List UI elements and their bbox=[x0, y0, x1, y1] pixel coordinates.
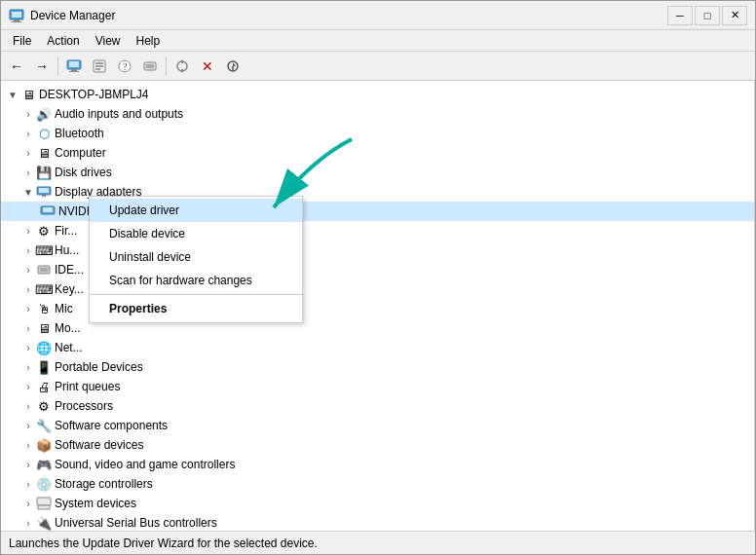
computer-icon: 🖥 bbox=[20, 87, 36, 102]
toolbar-help[interactable]: ? bbox=[113, 55, 136, 78]
network-label: Net... bbox=[55, 341, 83, 354]
ide-expand[interactable]: › bbox=[20, 262, 36, 278]
svg-rect-17 bbox=[181, 60, 183, 63]
portable-icon: 📱 bbox=[36, 359, 52, 375]
ctx-separator bbox=[90, 294, 302, 295]
tree-item-sw-comp[interactable]: › 🔧 Software components bbox=[1, 416, 754, 435]
monitors-icon: 🖥 bbox=[36, 320, 52, 336]
system-expand[interactable]: › bbox=[20, 496, 36, 511]
usb-expand[interactable]: › bbox=[20, 515, 36, 531]
toolbar-driver[interactable] bbox=[138, 55, 162, 78]
tree-item-sound[interactable]: › 🎮 Sound, video and game controllers bbox=[1, 455, 754, 474]
window-title: Device Manager bbox=[30, 9, 667, 22]
keyboards-label: Key... bbox=[55, 282, 84, 296]
audio-expand[interactable]: › bbox=[20, 106, 36, 122]
ide-label: IDE... bbox=[55, 263, 84, 277]
tree-root[interactable]: ▼ 🖥 DESKTOP-JBMPLJ4 bbox=[1, 85, 754, 104]
toolbar-forward[interactable]: → bbox=[30, 55, 54, 78]
close-button[interactable]: ✕ bbox=[722, 6, 747, 25]
disk-expand[interactable]: › bbox=[20, 165, 36, 180]
minimize-button[interactable]: ─ bbox=[667, 6, 693, 25]
toolbar-scan[interactable] bbox=[170, 55, 194, 78]
root-expand[interactable]: ▼ bbox=[5, 87, 20, 102]
sw-dev-label: Software devices bbox=[55, 438, 143, 452]
tree-item-computer[interactable]: › 🖥 Computer bbox=[1, 143, 754, 163]
print-icon: 🖨 bbox=[36, 379, 52, 394]
ctx-uninstall-device[interactable]: Uninstall device bbox=[90, 245, 302, 269]
storage-icon: 💿 bbox=[36, 476, 52, 492]
toolbar: ← → ? ✕ bbox=[1, 52, 755, 81]
display-expand[interactable]: ▼ bbox=[20, 184, 36, 200]
bluetooth-expand[interactable]: › bbox=[20, 126, 36, 141]
title-bar: Device Manager ─ □ ✕ bbox=[1, 1, 755, 30]
ctx-update-driver[interactable]: Update driver bbox=[90, 199, 302, 222]
computer-expand[interactable]: › bbox=[20, 145, 36, 161]
tree-item-system[interactable]: › System devices bbox=[1, 494, 754, 513]
tree-item-portable[interactable]: › 📱 Portable Devices bbox=[1, 357, 754, 377]
storage-label: Storage controllers bbox=[55, 477, 153, 491]
portable-label: Portable Devices bbox=[55, 360, 143, 374]
ctx-properties[interactable]: Properties bbox=[90, 297, 302, 320]
ctx-disable-device[interactable]: Disable device bbox=[90, 222, 302, 245]
svg-rect-3 bbox=[12, 21, 21, 22]
tree-item-print[interactable]: › 🖨 Print queues bbox=[1, 377, 754, 396]
window-controls: ─ □ ✕ bbox=[667, 6, 747, 25]
storage-expand[interactable]: › bbox=[20, 476, 36, 492]
menu-view[interactable]: View bbox=[88, 32, 129, 50]
sw-comp-expand[interactable]: › bbox=[20, 418, 36, 433]
context-menu: Update driver Disable device Uninstall d… bbox=[89, 196, 303, 323]
sw-dev-expand[interactable]: › bbox=[20, 437, 36, 453]
computer-item-icon: 🖥 bbox=[36, 145, 52, 161]
menu-action[interactable]: Action bbox=[39, 32, 87, 50]
firmware-expand[interactable]: › bbox=[20, 223, 36, 239]
toolbar-back[interactable]: ← bbox=[5, 55, 28, 78]
disk-label: Disk drives bbox=[55, 166, 112, 179]
status-text: Launches the Update Driver Wizard for th… bbox=[9, 536, 318, 550]
mice-expand[interactable]: › bbox=[20, 301, 36, 316]
monitors-label: Mo... bbox=[55, 321, 81, 335]
tree-item-audio[interactable]: › 🔊 Audio inputs and outputs bbox=[1, 104, 754, 124]
svg-rect-15 bbox=[146, 64, 154, 68]
keyboards-icon: ⌨ bbox=[36, 281, 52, 297]
toolbar-delete[interactable]: ✕ bbox=[196, 55, 219, 78]
tree-item-network[interactable]: › 🌐 Net... bbox=[1, 338, 754, 357]
computer-label: Computer bbox=[55, 146, 106, 160]
firmware-icon: ⚙ bbox=[36, 223, 52, 239]
mice-label: Mic bbox=[55, 302, 73, 315]
menu-help[interactable]: Help bbox=[129, 32, 169, 50]
hid-icon: ⌨ bbox=[36, 242, 52, 258]
tree-item-usb[interactable]: › 🔌 Universal Serial Bus controllers bbox=[1, 513, 754, 531]
tree-item-sw-dev[interactable]: › 📦 Software devices bbox=[1, 435, 754, 455]
main-content: ▼ 🖥 DESKTOP-JBMPLJ4 › 🔊 Audio inputs and… bbox=[1, 81, 755, 531]
svg-rect-29 bbox=[37, 498, 51, 505]
device-manager-window: Device Manager ─ □ ✕ File Action View He… bbox=[0, 0, 756, 555]
menu-file[interactable]: File bbox=[5, 32, 39, 50]
portable-expand[interactable]: › bbox=[20, 359, 36, 375]
processors-expand[interactable]: › bbox=[20, 398, 36, 414]
network-icon: 🌐 bbox=[36, 340, 52, 355]
ctx-scan-hardware[interactable]: Scan for hardware changes bbox=[90, 269, 302, 292]
disk-icon: 💾 bbox=[36, 165, 52, 180]
sound-label: Sound, video and game controllers bbox=[55, 458, 235, 471]
processors-icon: ⚙ bbox=[36, 398, 52, 414]
toolbar-update[interactable] bbox=[221, 55, 245, 78]
toolbar-computer[interactable] bbox=[62, 55, 86, 78]
sound-expand[interactable]: › bbox=[20, 457, 36, 472]
svg-text:?: ? bbox=[123, 61, 128, 72]
svg-rect-24 bbox=[42, 195, 46, 197]
tree-item-processors[interactable]: › ⚙ Processors bbox=[1, 396, 754, 416]
sw-comp-label: Software components bbox=[55, 419, 168, 432]
tree-item-storage[interactable]: › 💿 Storage controllers bbox=[1, 474, 754, 494]
window-icon bbox=[9, 8, 24, 23]
toolbar-properties[interactable] bbox=[88, 55, 111, 78]
monitors-expand[interactable]: › bbox=[20, 320, 36, 336]
usb-icon: 🔌 bbox=[36, 515, 52, 531]
network-expand[interactable]: › bbox=[20, 340, 36, 355]
maximize-button[interactable]: □ bbox=[695, 6, 720, 25]
sw-dev-icon: 📦 bbox=[36, 437, 52, 453]
tree-item-bluetooth[interactable]: › ⬡ Bluetooth bbox=[1, 124, 754, 143]
tree-item-disk[interactable]: › 💾 Disk drives bbox=[1, 163, 754, 182]
svg-rect-26 bbox=[43, 207, 53, 212]
print-expand[interactable]: › bbox=[20, 379, 36, 394]
svg-rect-5 bbox=[69, 61, 79, 67]
